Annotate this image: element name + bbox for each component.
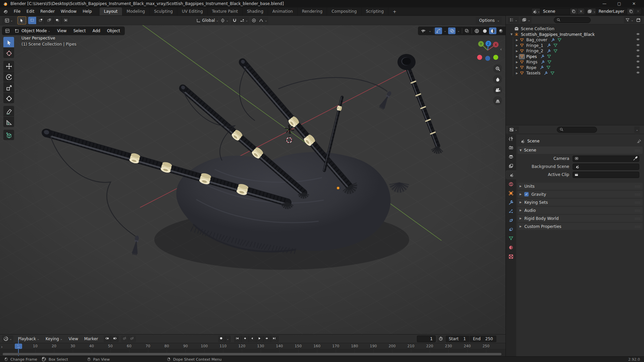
camera-button[interactable] [493, 85, 502, 95]
scene-panel-header[interactable]: ▼ Scene :::: [518, 146, 643, 154]
play-button[interactable] [256, 336, 264, 342]
disclosure-icon[interactable]: ▶ [520, 209, 522, 212]
pivot-point-dropdown[interactable]: ⌄ [219, 17, 229, 24]
properties-tab-material[interactable] [506, 243, 516, 252]
outliner-row-fringe_1[interactable]: ▶Fringe_1 [506, 43, 644, 49]
active-clip-field[interactable] [573, 172, 639, 178]
menu-help[interactable]: Help [79, 7, 95, 15]
menu-render[interactable]: Render [37, 7, 58, 15]
disclosure-icon[interactable]: ▼ [509, 33, 514, 36]
panel-grip-icon[interactable]: :::: [635, 217, 641, 220]
end-frame-field[interactable]: End250 [470, 336, 496, 342]
pin-icon[interactable] [637, 139, 641, 143]
eye-icon[interactable] [636, 55, 641, 59]
filter-dropdown[interactable]: ⌄ [624, 17, 635, 23]
unlink-scene-button[interactable]: ✕ [577, 8, 585, 14]
timeline-menu-playback[interactable]: Playback⌄ [15, 337, 43, 341]
properties-options-dropdown[interactable]: ⌄ [634, 126, 640, 133]
render-layer-name[interactable]: RenderLayer [596, 9, 627, 14]
properties-tab-viewlayer[interactable] [506, 162, 516, 170]
panel-units[interactable]: ▶Units:::: [518, 183, 643, 190]
remove-layer-button[interactable]: ✕ [634, 8, 642, 14]
transform-orientation-dropdown[interactable]: Global⌄ [197, 17, 218, 24]
solid-icon[interactable] [481, 27, 488, 34]
timeline-ruler[interactable]: 1 10203040506070809010011012013014015016… [0, 343, 505, 349]
tab-layout[interactable]: Layout [100, 7, 122, 15]
outliner-row-rope[interactable]: ▶Rope [506, 65, 644, 71]
mode-subtract-button[interactable] [45, 17, 53, 24]
outliner-row-rings[interactable]: ▶Rings [506, 59, 644, 65]
snap-target-dropdown[interactable]: ⌄ [238, 17, 249, 24]
properties-tab-modifier[interactable] [506, 198, 516, 206]
menu-file[interactable]: File [11, 7, 23, 15]
pan-hand-button[interactable] [493, 75, 502, 84]
active-tool-button[interactable] [17, 16, 26, 24]
scene-icon[interactable]: ⌄ [532, 8, 540, 14]
overlays-icon[interactable] [448, 27, 455, 34]
viewport-menu-select[interactable]: Select [70, 28, 89, 33]
auto-key-dropdown[interactable]: ⌄ [225, 336, 230, 342]
use-preview-range-toggle[interactable] [437, 336, 445, 342]
outliner-row-fringe_2[interactable]: ▶Fringe_2 [506, 48, 644, 54]
jump-to-end-button[interactable] [271, 336, 278, 342]
previous-frame-button[interactable] [249, 336, 256, 342]
camera-field[interactable] [573, 156, 639, 162]
tab-animation[interactable]: Animation [268, 7, 297, 15]
display-mode-dropdown[interactable]: ⌄ [508, 17, 519, 23]
disclosure-icon[interactable]: ▶ [515, 66, 519, 69]
eye-icon[interactable] [636, 33, 641, 37]
eye-icon[interactable] [636, 71, 641, 75]
disclosure-icon[interactable]: ▶ [515, 61, 519, 64]
scale-tool-button[interactable] [3, 82, 14, 93]
disclosure-icon[interactable]: ▶ [515, 50, 519, 53]
gravity-checkbox[interactable]: ✓ [524, 192, 529, 196]
delete-keyframe-button[interactable] [128, 336, 136, 342]
wireframe-icon[interactable] [473, 27, 480, 34]
proportional-edit-toggle[interactable] [251, 17, 257, 24]
disclosure-icon[interactable]: ▶ [515, 55, 519, 58]
disclosure-icon[interactable]: ▶ [515, 72, 519, 75]
start-frame-field[interactable]: Start1 [445, 336, 470, 342]
panel-grip-icon[interactable]: :::: [635, 192, 641, 196]
panel-grip-icon[interactable]: :::: [635, 225, 641, 228]
jump-prev-keyframe-button[interactable] [104, 336, 111, 342]
new-layer-button[interactable] [627, 8, 634, 14]
tab-scripting[interactable]: Scripting [361, 7, 388, 15]
gizmo-dropdown[interactable]: ⌄ [443, 27, 447, 34]
new-collection-button[interactable] [635, 17, 642, 23]
eye-icon[interactable] [636, 49, 641, 53]
eye-icon[interactable] [636, 38, 641, 42]
editor-type-button[interactable]: ⌄ [2, 17, 15, 24]
mode-extend-button[interactable] [37, 17, 45, 24]
next-keyframe-button[interactable] [264, 336, 271, 342]
new-scene-button[interactable] [570, 8, 577, 14]
outliner-row-tassels[interactable]: ▶Tassels [506, 70, 644, 76]
disclosure-icon[interactable]: ▶ [520, 225, 522, 228]
eye-icon[interactable] [636, 60, 641, 64]
editor-type-icon[interactable] [4, 27, 11, 34]
panel-audio[interactable]: ▶Audio:::: [518, 207, 643, 214]
panel-grip-icon[interactable]: :::: [635, 184, 641, 188]
background-scene-field[interactable] [573, 164, 639, 170]
outliner-row-collection[interactable]: ▼Scottish_Bagpipes_Instrument_Black [506, 32, 644, 38]
disclosure-icon[interactable]: ▶ [515, 44, 519, 47]
gizmo-icon[interactable] [435, 27, 442, 34]
auto-keying-toggle[interactable] [218, 336, 225, 342]
disclosure-icon[interactable]: ▶ [520, 185, 522, 188]
insert-keyframe-button[interactable] [121, 336, 128, 342]
panel-grip-icon[interactable]: :::: [635, 148, 641, 152]
snap-toggle[interactable] [231, 17, 238, 24]
blender-menu-icon[interactable] [0, 7, 11, 15]
disclosure-icon[interactable]: ▶ [515, 39, 519, 42]
panel-rigid-body-world[interactable]: ▶Rigid Body World:::: [518, 215, 643, 222]
add-workspace-button[interactable]: + [388, 7, 401, 15]
outliner-search-input[interactable] [554, 17, 591, 23]
jump-to-start-button[interactable] [234, 336, 241, 342]
disclosure-icon[interactable]: ▶ [520, 201, 522, 204]
scene-name[interactable]: Scene [540, 9, 570, 14]
measure-tool-button[interactable] [3, 117, 14, 127]
panel-grip-icon[interactable]: :::: [635, 200, 641, 204]
viewport-menu-add[interactable]: Add [89, 28, 104, 33]
eye-icon[interactable] [636, 66, 641, 70]
add-cube-tool-button[interactable] [3, 130, 14, 140]
